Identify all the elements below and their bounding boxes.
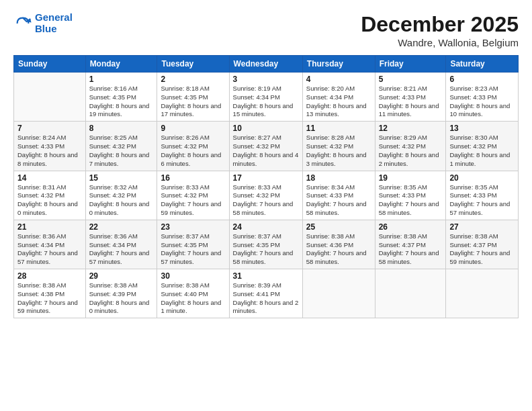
day-info: Sunrise: 8:38 AM Sunset: 4:38 PM Dayligh…: [17, 281, 82, 316]
day-cell: 10Sunrise: 8:27 AM Sunset: 4:32 PM Dayli…: [229, 122, 302, 171]
day-number: 29: [89, 271, 154, 281]
day-cell: 13Sunrise: 8:30 AM Sunset: 4:32 PM Dayli…: [446, 122, 519, 171]
day-cell: 11Sunrise: 8:28 AM Sunset: 4:32 PM Dayli…: [302, 122, 375, 171]
calendar: SundayMondayTuesdayWednesdayThursdayFrid…: [13, 55, 519, 318]
day-number: 21: [17, 222, 82, 232]
day-cell: 31Sunrise: 8:39 AM Sunset: 4:41 PM Dayli…: [229, 269, 302, 318]
day-number: 30: [161, 271, 225, 281]
day-cell: 6Sunrise: 8:23 AM Sunset: 4:33 PM Daylig…: [446, 73, 519, 122]
day-cell: 20Sunrise: 8:35 AM Sunset: 4:33 PM Dayli…: [446, 171, 519, 220]
day-info: Sunrise: 8:29 AM Sunset: 4:32 PM Dayligh…: [379, 134, 443, 168]
title-area: December 2025 Wandre, Wallonia, Belgium: [361, 12, 519, 48]
day-cell: 14Sunrise: 8:31 AM Sunset: 4:32 PM Dayli…: [14, 171, 86, 220]
day-info: Sunrise: 8:38 AM Sunset: 4:37 PM Dayligh…: [449, 232, 515, 267]
day-number: 13: [449, 124, 515, 133]
day-info: Sunrise: 8:20 AM Sunset: 4:34 PM Dayligh…: [306, 85, 371, 119]
day-info: Sunrise: 8:30 AM Sunset: 4:32 PM Dayligh…: [449, 134, 515, 168]
day-number: 16: [161, 173, 225, 183]
day-info: Sunrise: 8:33 AM Sunset: 4:32 PM Dayligh…: [161, 183, 225, 218]
weekday-header-friday: Friday: [375, 56, 446, 73]
day-cell: 1Sunrise: 8:16 AM Sunset: 4:35 PM Daylig…: [85, 73, 157, 122]
logo-icon: [13, 14, 32, 33]
day-cell: 26Sunrise: 8:38 AM Sunset: 4:37 PM Dayli…: [375, 220, 446, 269]
day-number: 23: [161, 222, 225, 232]
weekday-header-wednesday: Wednesday: [229, 56, 302, 73]
weekday-header-thursday: Thursday: [302, 56, 375, 73]
day-number: 11: [306, 124, 371, 133]
day-info: Sunrise: 8:31 AM Sunset: 4:32 PM Dayligh…: [17, 183, 82, 218]
day-number: 14: [17, 173, 82, 183]
day-info: Sunrise: 8:34 AM Sunset: 4:33 PM Dayligh…: [306, 183, 371, 218]
day-number: 12: [379, 124, 443, 133]
weekday-header-sunday: Sunday: [14, 56, 86, 73]
day-info: Sunrise: 8:39 AM Sunset: 4:41 PM Dayligh…: [233, 281, 299, 316]
day-number: 26: [379, 222, 443, 232]
day-number: 19: [379, 173, 443, 183]
day-number: 3: [233, 75, 299, 84]
day-cell: 27Sunrise: 8:38 AM Sunset: 4:37 PM Dayli…: [446, 220, 519, 269]
day-number: 28: [17, 271, 82, 281]
day-number: 25: [306, 222, 371, 232]
day-cell: 25Sunrise: 8:38 AM Sunset: 4:36 PM Dayli…: [302, 220, 375, 269]
day-number: 17: [233, 173, 299, 183]
month-title: December 2025: [361, 12, 519, 37]
day-number: 4: [306, 75, 371, 84]
day-number: 7: [17, 124, 82, 133]
week-row-2: 7Sunrise: 8:24 AM Sunset: 4:33 PM Daylig…: [14, 122, 519, 171]
day-cell: 29Sunrise: 8:38 AM Sunset: 4:39 PM Dayli…: [85, 269, 157, 318]
day-info: Sunrise: 8:25 AM Sunset: 4:32 PM Dayligh…: [89, 134, 154, 168]
day-number: 15: [89, 173, 154, 183]
week-row-5: 28Sunrise: 8:38 AM Sunset: 4:38 PM Dayli…: [14, 269, 519, 318]
day-info: Sunrise: 8:24 AM Sunset: 4:33 PM Dayligh…: [17, 134, 82, 168]
day-cell: 12Sunrise: 8:29 AM Sunset: 4:32 PM Dayli…: [375, 122, 446, 171]
day-info: Sunrise: 8:37 AM Sunset: 4:35 PM Dayligh…: [161, 232, 225, 267]
day-cell: 8Sunrise: 8:25 AM Sunset: 4:32 PM Daylig…: [85, 122, 157, 171]
day-cell: 30Sunrise: 8:38 AM Sunset: 4:40 PM Dayli…: [157, 269, 229, 318]
day-info: Sunrise: 8:21 AM Sunset: 4:33 PM Dayligh…: [379, 85, 443, 119]
day-info: Sunrise: 8:18 AM Sunset: 4:35 PM Dayligh…: [161, 85, 225, 119]
day-info: Sunrise: 8:27 AM Sunset: 4:32 PM Dayligh…: [233, 134, 299, 168]
day-info: Sunrise: 8:28 AM Sunset: 4:32 PM Dayligh…: [306, 134, 371, 168]
page: General Blue December 2025 Wandre, Wallo…: [0, 0, 532, 411]
logo: General Blue: [13, 12, 73, 34]
day-cell: 15Sunrise: 8:32 AM Sunset: 4:32 PM Dayli…: [85, 171, 157, 220]
day-info: Sunrise: 8:26 AM Sunset: 4:32 PM Dayligh…: [161, 134, 225, 168]
week-row-1: 1Sunrise: 8:16 AM Sunset: 4:35 PM Daylig…: [14, 73, 519, 122]
day-cell: 28Sunrise: 8:38 AM Sunset: 4:38 PM Dayli…: [14, 269, 86, 318]
day-info: Sunrise: 8:38 AM Sunset: 4:40 PM Dayligh…: [161, 281, 225, 316]
day-number: 24: [233, 222, 299, 232]
day-info: Sunrise: 8:32 AM Sunset: 4:32 PM Dayligh…: [89, 183, 154, 218]
day-info: Sunrise: 8:38 AM Sunset: 4:36 PM Dayligh…: [306, 232, 371, 267]
week-row-4: 21Sunrise: 8:36 AM Sunset: 4:34 PM Dayli…: [14, 220, 519, 269]
day-cell: [446, 269, 519, 318]
day-number: 22: [89, 222, 154, 232]
day-cell: [302, 269, 375, 318]
day-number: 20: [449, 173, 515, 183]
day-info: Sunrise: 8:38 AM Sunset: 4:39 PM Dayligh…: [89, 281, 154, 316]
day-info: Sunrise: 8:16 AM Sunset: 4:35 PM Dayligh…: [89, 85, 154, 119]
weekday-header-row: SundayMondayTuesdayWednesdayThursdayFrid…: [14, 56, 519, 73]
day-info: Sunrise: 8:35 AM Sunset: 4:33 PM Dayligh…: [379, 183, 443, 218]
day-cell: 7Sunrise: 8:24 AM Sunset: 4:33 PM Daylig…: [14, 122, 86, 171]
header: General Blue December 2025 Wandre, Wallo…: [13, 12, 519, 48]
day-info: Sunrise: 8:36 AM Sunset: 4:34 PM Dayligh…: [89, 232, 154, 267]
day-number: 6: [449, 75, 515, 84]
day-number: 1: [89, 75, 154, 84]
day-cell: 9Sunrise: 8:26 AM Sunset: 4:32 PM Daylig…: [157, 122, 229, 171]
day-cell: 24Sunrise: 8:37 AM Sunset: 4:35 PM Dayli…: [229, 220, 302, 269]
weekday-header-monday: Monday: [85, 56, 157, 73]
weekday-header-tuesday: Tuesday: [157, 56, 229, 73]
week-row-3: 14Sunrise: 8:31 AM Sunset: 4:32 PM Dayli…: [14, 171, 519, 220]
day-cell: 19Sunrise: 8:35 AM Sunset: 4:33 PM Dayli…: [375, 171, 446, 220]
day-number: 2: [161, 75, 225, 84]
day-number: 18: [306, 173, 371, 183]
weekday-header-saturday: Saturday: [446, 56, 519, 73]
day-cell: [14, 73, 86, 122]
day-cell: 16Sunrise: 8:33 AM Sunset: 4:32 PM Dayli…: [157, 171, 229, 220]
day-number: 10: [233, 124, 299, 133]
day-info: Sunrise: 8:33 AM Sunset: 4:32 PM Dayligh…: [233, 183, 299, 218]
day-info: Sunrise: 8:19 AM Sunset: 4:34 PM Dayligh…: [233, 85, 299, 119]
day-cell: 17Sunrise: 8:33 AM Sunset: 4:32 PM Dayli…: [229, 171, 302, 220]
logo-text: General Blue: [35, 12, 73, 34]
day-info: Sunrise: 8:35 AM Sunset: 4:33 PM Dayligh…: [449, 183, 515, 218]
